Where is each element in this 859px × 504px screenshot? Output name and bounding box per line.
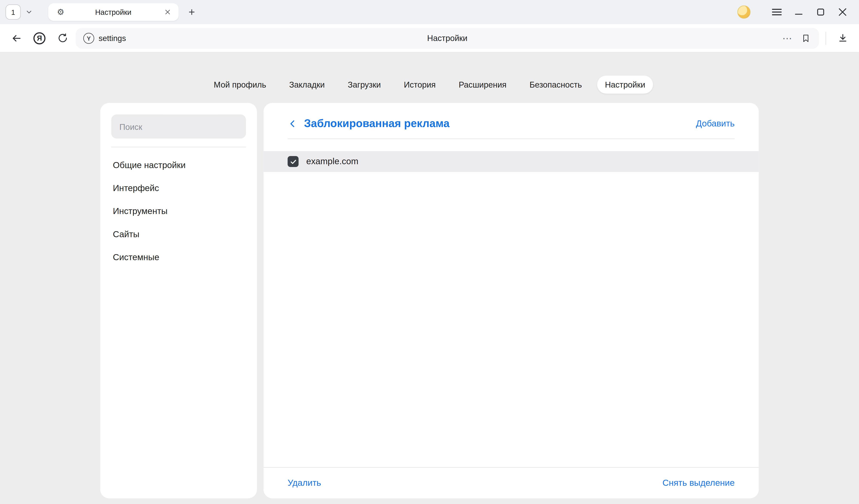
- header-divider: [288, 138, 735, 139]
- row-checkbox[interactable]: [288, 156, 299, 167]
- panel-spacer: [263, 172, 759, 467]
- yandex-home-button[interactable]: Я: [30, 28, 49, 48]
- browser-window: 1 ⚙ Настройки +: [0, 0, 859, 504]
- add-button[interactable]: Добавить: [696, 119, 735, 128]
- tab-list-chevron-down-icon[interactable]: [22, 4, 36, 19]
- settings-sidebar: Общие настройки Интерфейс Инструменты Са…: [100, 103, 257, 499]
- reload-button[interactable]: [52, 28, 72, 48]
- tab-settings[interactable]: Настройки: [597, 75, 653, 93]
- blocked-ads-list: example.com: [263, 151, 759, 172]
- tab-security[interactable]: Безопасность: [522, 75, 590, 93]
- sidebar-item-system[interactable]: Системные: [111, 246, 246, 269]
- tab-bar: 1 ⚙ Настройки +: [0, 0, 859, 24]
- deselect-button[interactable]: Снять выделение: [663, 478, 735, 488]
- new-tab-button[interactable]: +: [184, 4, 199, 19]
- back-chevron-icon[interactable]: [288, 119, 298, 128]
- browser-tab-settings[interactable]: ⚙ Настройки: [48, 3, 179, 21]
- sidebar-item-tools[interactable]: Инструменты: [111, 200, 246, 223]
- sidebar-divider: [111, 147, 246, 148]
- tab-group: 1: [5, 4, 36, 19]
- menu-hamburger-icon[interactable]: [766, 4, 788, 20]
- tab-extensions[interactable]: Расширения: [451, 75, 514, 93]
- site-favicon-icon: Y: [83, 33, 94, 44]
- list-item[interactable]: example.com: [263, 151, 759, 172]
- search-input[interactable]: [111, 114, 246, 138]
- settings-nav-tabs: Мой профиль Закладки Загрузки История Ра…: [0, 75, 859, 94]
- blocked-ads-panel: Заблокированная реклама Добавить example…: [263, 103, 759, 499]
- browser-toolbar: Я Y settings Настройки ⋯: [0, 24, 859, 52]
- window-maximize-button[interactable]: [810, 4, 831, 20]
- more-options-icon[interactable]: ⋯: [780, 32, 795, 44]
- avatar[interactable]: [737, 5, 751, 19]
- downloads-button[interactable]: [833, 28, 853, 48]
- settings-page: Мой профиль Закладки Загрузки История Ра…: [0, 52, 859, 504]
- gear-icon: ⚙: [57, 7, 64, 17]
- sidebar-item-sites[interactable]: Сайты: [111, 223, 246, 246]
- panel-header: Заблокированная реклама Добавить: [263, 103, 759, 130]
- tab-close-icon[interactable]: [162, 7, 173, 18]
- page-title: Заблокированная реклама: [304, 117, 450, 130]
- tab-bookmarks[interactable]: Закладки: [282, 75, 332, 93]
- yandex-logo-icon: Я: [33, 32, 46, 44]
- window-minimize-button[interactable]: [788, 4, 810, 20]
- blocked-domain: example.com: [306, 157, 358, 167]
- address-bar-page-title: Настройки: [76, 33, 819, 43]
- tab-my-profile[interactable]: Мой профиль: [206, 75, 274, 93]
- back-button[interactable]: [7, 28, 26, 48]
- delete-button[interactable]: Удалить: [288, 478, 321, 488]
- toolbar-divider: [826, 32, 826, 45]
- tab-downloads[interactable]: Загрузки: [340, 75, 389, 93]
- panel-footer: Удалить Снять выделение: [263, 467, 759, 498]
- tab-history[interactable]: История: [396, 75, 443, 93]
- sidebar-item-general[interactable]: Общие настройки: [111, 154, 246, 177]
- url-text: settings: [99, 34, 126, 43]
- sidebar-item-interface[interactable]: Интерфейс: [111, 177, 246, 200]
- window-close-button[interactable]: [831, 4, 854, 20]
- address-bar[interactable]: Y settings Настройки ⋯: [76, 28, 819, 48]
- bookmark-icon[interactable]: [798, 30, 813, 46]
- tab-count-button[interactable]: 1: [5, 4, 21, 19]
- tab-title: Настройки: [64, 8, 162, 16]
